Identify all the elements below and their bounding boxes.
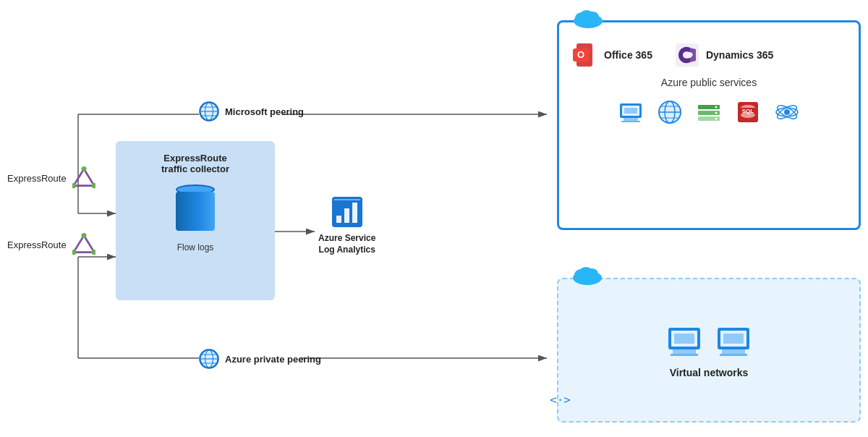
office365-item: O Office 365 (571, 41, 652, 69)
svg-rect-81 (722, 349, 745, 354)
svg-point-17 (81, 233, 86, 238)
expressroute-icon-1 (72, 166, 95, 190)
azure-public-box: O Office 365 Dynamics 365 Azure public s… (557, 20, 861, 230)
vnet-vm-icon-2 (715, 322, 752, 360)
svg-rect-34 (344, 208, 349, 223)
svg-point-40 (580, 10, 593, 20)
cloud-icon-public (572, 7, 604, 31)
svg-rect-76 (673, 349, 696, 354)
dynamics365-item: Dynamics 365 (674, 42, 773, 68)
vnet-vm-icon-1 (665, 322, 703, 360)
expressroute-group: ExpressRoute ExpressRoute (7, 166, 95, 256)
dynamics365-label: Dynamics 365 (706, 49, 773, 61)
flow-logs-label: Flow logs (177, 242, 214, 253)
diagram-container: ExpressRoute ExpressRoute ExpressRoutetr… (0, 0, 868, 437)
svg-point-61 (715, 118, 718, 120)
analytics-label: Azure ServiceLog Analytics (318, 233, 375, 255)
ms-peering-node: Microsoft peering (199, 101, 304, 122)
office365-icon: O (571, 41, 598, 69)
expressroute-icon-2 (72, 233, 95, 256)
az-private-peering-label: Azure private peering (225, 354, 321, 365)
svg-rect-77 (671, 354, 698, 356)
ms-peering-globe-icon (199, 101, 219, 122)
collector-title: ExpressRoutetraffic collector (161, 153, 229, 174)
svg-rect-47 (621, 121, 640, 122)
collector-box: ExpressRoutetraffic collector Flow logs (116, 141, 275, 300)
svg-point-60 (715, 112, 718, 114)
analytics-icon (331, 195, 364, 229)
svg-point-70 (784, 109, 790, 115)
expressroute-label-1: ExpressRoute (7, 173, 67, 184)
svg-point-13 (81, 166, 86, 171)
az-private-peering-globe-icon (199, 349, 219, 369)
svg-rect-46 (624, 118, 638, 121)
bottom-services-row: SQL (571, 99, 847, 125)
code-icon: <·> (550, 391, 576, 411)
cylinder-body (176, 192, 215, 231)
cloud-icon-private (571, 263, 603, 288)
svg-text:O: O (577, 49, 584, 60)
svg-rect-35 (352, 203, 357, 223)
storage-icon (696, 99, 722, 125)
flow-logs-icon (176, 184, 215, 234)
svg-rect-36 (334, 199, 360, 200)
az-private-peering-node: Azure private peering (199, 349, 321, 369)
sql-icon: SQL (735, 99, 761, 125)
vnet-icons-row (665, 322, 752, 360)
azure-private-box: Virtual networks (557, 278, 861, 423)
svg-text:<·>: <·> (550, 393, 571, 407)
dynamics365-icon (674, 42, 700, 68)
svg-rect-82 (720, 354, 747, 356)
virtual-networks-label: Virtual networks (670, 367, 749, 378)
expressroute-label-2: ExpressRoute (7, 239, 67, 250)
analytics-node: Azure ServiceLog Analytics (318, 195, 375, 255)
office365-label: Office 365 (604, 49, 652, 61)
cdn-icon (657, 99, 683, 125)
expressroute-item-1: ExpressRoute (7, 166, 95, 190)
vm-icon (618, 99, 644, 125)
ms-peering-label: Microsoft peering (225, 106, 304, 117)
azure-public-services-label: Azure public services (661, 77, 757, 88)
svg-rect-49 (624, 108, 637, 114)
svg-point-74 (579, 267, 592, 277)
svg-rect-79 (674, 334, 694, 344)
cosmosdb-icon (774, 99, 800, 125)
svg-rect-33 (336, 216, 341, 223)
svg-rect-84 (723, 334, 744, 344)
svg-text:SQL: SQL (742, 108, 754, 114)
svg-point-59 (715, 106, 718, 109)
expressroute-item-2: ExpressRoute (7, 233, 95, 256)
